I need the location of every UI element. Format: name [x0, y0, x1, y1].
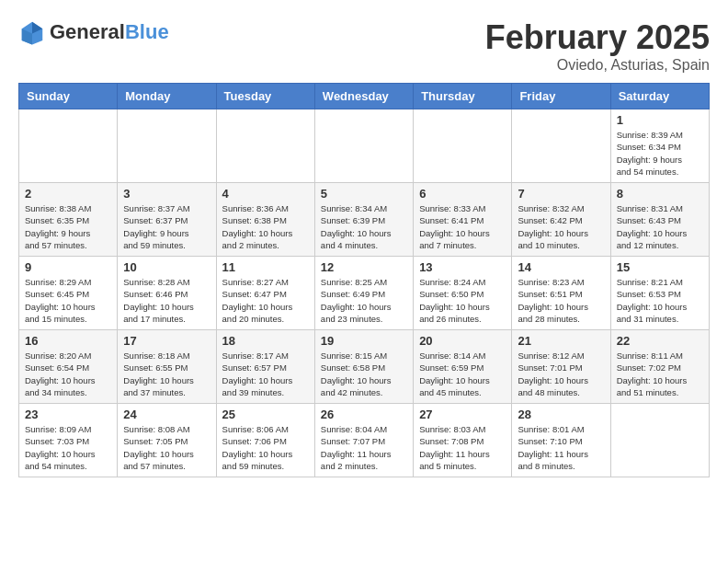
calendar-cell: 17Sunrise: 8:18 AM Sunset: 6:55 PM Dayli…: [118, 330, 216, 404]
calendar-cell: 20Sunrise: 8:14 AM Sunset: 6:59 PM Dayli…: [414, 330, 512, 404]
day-info: Sunrise: 8:14 AM Sunset: 6:59 PM Dayligh…: [419, 350, 506, 398]
calendar-cell: 21Sunrise: 8:12 AM Sunset: 7:01 PM Dayli…: [512, 330, 610, 404]
day-number: 28: [518, 408, 604, 421]
calendar-cell: 11Sunrise: 8:27 AM Sunset: 6:47 PM Dayli…: [216, 257, 314, 330]
calendar-cell: 24Sunrise: 8:08 AM Sunset: 7:05 PM Dayli…: [118, 404, 216, 477]
day-number: 27: [419, 408, 506, 421]
calendar-subtitle: Oviedo, Asturias, Spain: [485, 57, 710, 74]
calendar-cell: [314, 109, 413, 183]
calendar-cell: 2Sunrise: 8:38 AM Sunset: 6:35 PM Daylig…: [19, 183, 118, 257]
day-number: 5: [321, 187, 407, 201]
day-info: Sunrise: 8:23 AM Sunset: 6:51 PM Dayligh…: [518, 276, 604, 325]
day-number: 9: [25, 260, 111, 274]
calendar-cell: [414, 109, 512, 183]
day-number: 25: [222, 408, 309, 421]
title-area: February 2025 Oviedo, Asturias, Spain: [485, 18, 710, 74]
logo-icon: [18, 18, 46, 46]
day-number: 1: [617, 113, 703, 127]
calendar-cell: 5Sunrise: 8:34 AM Sunset: 6:39 PM Daylig…: [314, 183, 413, 257]
day-number: 10: [123, 260, 210, 274]
calendar-week-row: 9Sunrise: 8:29 AM Sunset: 6:45 PM Daylig…: [19, 257, 710, 330]
day-info: Sunrise: 8:09 AM Sunset: 7:03 PM Dayligh…: [25, 423, 111, 472]
day-info: Sunrise: 8:20 AM Sunset: 6:54 PM Dayligh…: [25, 350, 111, 398]
day-info: Sunrise: 8:34 AM Sunset: 6:39 PM Dayligh…: [321, 202, 407, 251]
day-number: 16: [25, 334, 111, 348]
calendar-cell: 13Sunrise: 8:24 AM Sunset: 6:50 PM Dayli…: [414, 257, 512, 330]
calendar-week-row: 2Sunrise: 8:38 AM Sunset: 6:35 PM Daylig…: [19, 183, 710, 257]
calendar-cell: 18Sunrise: 8:17 AM Sunset: 6:57 PM Dayli…: [216, 330, 314, 404]
calendar-cell: [19, 109, 118, 183]
day-info: Sunrise: 8:18 AM Sunset: 6:55 PM Dayligh…: [123, 350, 210, 398]
weekday-header: Friday: [512, 84, 610, 109]
day-info: Sunrise: 8:24 AM Sunset: 6:50 PM Dayligh…: [419, 276, 506, 325]
calendar-cell: 10Sunrise: 8:28 AM Sunset: 6:46 PM Dayli…: [118, 257, 216, 330]
weekday-header: Saturday: [610, 84, 709, 109]
weekday-header: Thursday: [414, 84, 512, 109]
day-number: 26: [321, 408, 407, 421]
day-number: 24: [123, 408, 210, 421]
calendar-cell: [118, 109, 216, 183]
calendar-header-row: SundayMondayTuesdayWednesdayThursdayFrid…: [19, 84, 710, 109]
calendar-cell: 9Sunrise: 8:29 AM Sunset: 6:45 PM Daylig…: [19, 257, 118, 330]
day-info: Sunrise: 8:12 AM Sunset: 7:01 PM Dayligh…: [518, 350, 604, 398]
day-info: Sunrise: 8:27 AM Sunset: 6:47 PM Dayligh…: [222, 276, 309, 325]
calendar-title: February 2025: [485, 18, 710, 57]
day-info: Sunrise: 8:11 AM Sunset: 7:02 PM Dayligh…: [617, 350, 703, 398]
day-info: Sunrise: 8:01 AM Sunset: 7:10 PM Dayligh…: [518, 423, 604, 472]
calendar-cell: 8Sunrise: 8:31 AM Sunset: 6:43 PM Daylig…: [610, 183, 709, 257]
day-number: 23: [25, 408, 111, 421]
weekday-header: Wednesday: [314, 84, 413, 109]
logo: GeneralBlue: [18, 18, 169, 46]
calendar-cell: 3Sunrise: 8:37 AM Sunset: 6:37 PM Daylig…: [118, 183, 216, 257]
calendar-cell: 1Sunrise: 8:39 AM Sunset: 6:34 PM Daylig…: [610, 109, 709, 183]
day-info: Sunrise: 8:08 AM Sunset: 7:05 PM Dayligh…: [123, 423, 210, 472]
calendar-cell: 12Sunrise: 8:25 AM Sunset: 6:49 PM Dayli…: [314, 257, 413, 330]
calendar-cell: 4Sunrise: 8:36 AM Sunset: 6:38 PM Daylig…: [216, 183, 314, 257]
day-number: 22: [617, 334, 703, 348]
calendar-week-row: 23Sunrise: 8:09 AM Sunset: 7:03 PM Dayli…: [19, 404, 710, 477]
logo-general: General: [50, 20, 125, 43]
calendar-cell: 6Sunrise: 8:33 AM Sunset: 6:41 PM Daylig…: [414, 183, 512, 257]
day-info: Sunrise: 8:33 AM Sunset: 6:41 PM Dayligh…: [419, 202, 506, 251]
day-number: 11: [222, 260, 309, 274]
calendar-cell: 23Sunrise: 8:09 AM Sunset: 7:03 PM Dayli…: [19, 404, 118, 477]
calendar-cell: 27Sunrise: 8:03 AM Sunset: 7:08 PM Dayli…: [414, 404, 512, 477]
calendar-cell: 25Sunrise: 8:06 AM Sunset: 7:06 PM Dayli…: [216, 404, 314, 477]
day-info: Sunrise: 8:04 AM Sunset: 7:07 PM Dayligh…: [321, 423, 407, 472]
day-info: Sunrise: 8:17 AM Sunset: 6:57 PM Dayligh…: [222, 350, 309, 398]
calendar-cell: 7Sunrise: 8:32 AM Sunset: 6:42 PM Daylig…: [512, 183, 610, 257]
logo-text: GeneralBlue: [50, 20, 169, 44]
day-number: 13: [419, 260, 506, 274]
day-number: 4: [222, 187, 309, 201]
calendar-cell: [216, 109, 314, 183]
day-number: 18: [222, 334, 309, 348]
day-number: 21: [518, 334, 604, 348]
day-info: Sunrise: 8:39 AM Sunset: 6:34 PM Dayligh…: [617, 129, 703, 178]
calendar-cell: 16Sunrise: 8:20 AM Sunset: 6:54 PM Dayli…: [19, 330, 118, 404]
calendar-week-row: 16Sunrise: 8:20 AM Sunset: 6:54 PM Dayli…: [19, 330, 710, 404]
day-info: Sunrise: 8:29 AM Sunset: 6:45 PM Dayligh…: [25, 276, 111, 325]
calendar-cell: [610, 404, 709, 477]
day-info: Sunrise: 8:03 AM Sunset: 7:08 PM Dayligh…: [419, 423, 506, 472]
weekday-header: Monday: [118, 84, 216, 109]
page: GeneralBlue February 2025 Oviedo, Asturi…: [0, 0, 728, 496]
calendar-table: SundayMondayTuesdayWednesdayThursdayFrid…: [18, 83, 710, 477]
calendar-cell: 19Sunrise: 8:15 AM Sunset: 6:58 PM Dayli…: [314, 330, 413, 404]
weekday-header: Sunday: [19, 84, 118, 109]
day-info: Sunrise: 8:25 AM Sunset: 6:49 PM Dayligh…: [321, 276, 407, 325]
day-info: Sunrise: 8:21 AM Sunset: 6:53 PM Dayligh…: [617, 276, 703, 325]
calendar-cell: [512, 109, 610, 183]
day-number: 20: [419, 334, 506, 348]
day-number: 19: [321, 334, 407, 348]
day-number: 14: [518, 260, 604, 274]
calendar-cell: 22Sunrise: 8:11 AM Sunset: 7:02 PM Dayli…: [610, 330, 709, 404]
day-number: 2: [25, 187, 111, 201]
day-info: Sunrise: 8:37 AM Sunset: 6:37 PM Dayligh…: [123, 202, 210, 251]
day-number: 8: [617, 187, 703, 201]
day-info: Sunrise: 8:36 AM Sunset: 6:38 PM Dayligh…: [222, 202, 309, 251]
logo-blue: Blue: [125, 20, 169, 43]
day-info: Sunrise: 8:06 AM Sunset: 7:06 PM Dayligh…: [222, 423, 309, 472]
header: GeneralBlue February 2025 Oviedo, Asturi…: [18, 18, 710, 74]
day-number: 15: [617, 260, 703, 274]
day-number: 6: [419, 187, 506, 201]
